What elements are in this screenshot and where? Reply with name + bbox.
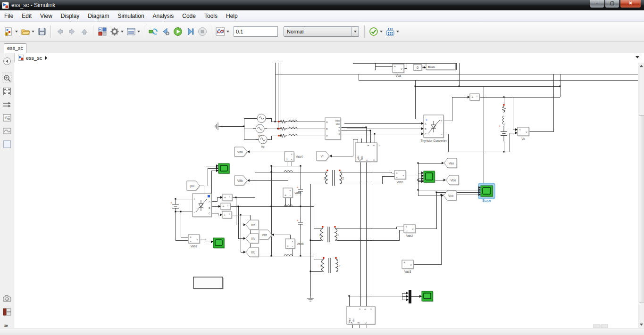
- scroll-down-icon[interactable]: [639, 322, 644, 327]
- menu-item-code[interactable]: Code: [178, 11, 200, 21]
- minimize-button[interactable]: –: [590, 0, 604, 8]
- new-model-button[interactable]: [3, 25, 19, 38]
- chevron-down-icon[interactable]: [380, 31, 383, 33]
- chevron-down-icon[interactable]: [32, 31, 34, 33]
- menu-item-analysis[interactable]: Analysis: [149, 11, 178, 21]
- zoom-in-icon[interactable]: [2, 74, 12, 83]
- step-forward-button[interactable]: [184, 25, 196, 38]
- menu-item-edit[interactable]: Edit: [17, 11, 36, 21]
- constant-block[interactable]: 0: [413, 65, 423, 71]
- advisor-button[interactable]: [368, 25, 384, 38]
- block-Vab1[interactable]: +-vVab1: [394, 171, 407, 184]
- wire: [250, 180, 288, 188]
- block-Vab4[interactable]: +-vVab4: [284, 152, 303, 162]
- chevron-down-icon[interactable]: [121, 31, 124, 33]
- block-thyristor-converter[interactable]: gABC+-Thyristor Converter: [420, 115, 447, 143]
- menu-item-simulation[interactable]: Simulation: [114, 11, 149, 21]
- three-phase-vi-measurement-rotated[interactable]: VabcIabcabcABC: [347, 306, 376, 325]
- menu-item-file[interactable]: File: [0, 11, 17, 21]
- tag-pul[interactable]: pul: [187, 181, 201, 191]
- restore-button[interactable]: ▢: [605, 0, 619, 8]
- tag-VIfa[interactable]: VIfa: [234, 147, 248, 157]
- current-measurement[interactable]: +i: [222, 212, 233, 219]
- vertical-scroll-thumb[interactable]: [639, 115, 644, 302]
- fit-view-icon[interactable]: [2, 87, 12, 96]
- model-browser-button[interactable]: [125, 25, 141, 38]
- block-Vab6[interactable]: +-vVab6: [285, 239, 304, 249]
- block-Vo[interactable]: +-vVo: [518, 127, 530, 140]
- forward-button[interactable]: [67, 25, 78, 38]
- tag-VIfc[interactable]: VIfc: [259, 230, 273, 240]
- simulation-stop-time-input[interactable]: [234, 26, 278, 37]
- menu-item-display[interactable]: Display: [57, 11, 84, 21]
- menu-item-diagram[interactable]: Diagram: [84, 11, 113, 21]
- tag-Vbo[interactable]: Vbo: [446, 175, 460, 186]
- breadcrumb-item[interactable]: ess_sc: [26, 55, 42, 61]
- three-phase-vi-measurement[interactable]: ABCVabcIabcabc: [325, 118, 342, 140]
- tag-IIfa[interactable]: IIfa: [246, 220, 259, 230]
- block-Vab7[interactable]: +-vVab7: [188, 235, 201, 248]
- area-select-icon[interactable]: [2, 139, 12, 149]
- current-measurement[interactable]: +i: [221, 203, 231, 211]
- current-measurement[interactable]: +i: [470, 94, 480, 101]
- scope[interactable]: [421, 171, 435, 183]
- simulation-mode-select[interactable]: Normal: [284, 26, 359, 37]
- step-back-button[interactable]: [160, 25, 171, 38]
- block-Vca[interactable]: +-vVca: [393, 64, 405, 77]
- model-canvas[interactable]: ++++VaVbVc+-vVca+-vVab1+-vVab2+-vVab3+-v…: [14, 63, 638, 328]
- run-button[interactable]: [172, 25, 184, 38]
- menu-item-help[interactable]: Help: [222, 11, 242, 21]
- svg-text:1: 1: [320, 264, 322, 268]
- tag-Vao[interactable]: Vao: [444, 158, 458, 169]
- block-scope-selected[interactable]: Scope: [478, 183, 495, 203]
- current-measurement[interactable]: +i: [223, 194, 233, 202]
- data-inspector-button[interactable]: [215, 25, 230, 38]
- tab-ess-sc[interactable]: ess_sc: [4, 43, 26, 53]
- hide-browser-icon[interactable]: [2, 57, 12, 66]
- configure-button[interactable]: [109, 25, 125, 38]
- vertical-scrollbar[interactable]: [638, 63, 644, 328]
- linear-transformer[interactable]: 12: [319, 226, 339, 242]
- tag-VIfb[interactable]: VIfb: [234, 176, 248, 186]
- tag-IIfb[interactable]: IIfb: [246, 234, 259, 244]
- linear-transformer[interactable]: 12: [324, 170, 344, 186]
- menu-item-view[interactable]: View: [36, 11, 57, 21]
- block-diagram[interactable]: ++++VaVbVc+-vVca+-vVab1+-vVab2+-vVab3+-v…: [14, 63, 638, 328]
- menu-item-tools[interactable]: Tools: [200, 11, 222, 21]
- expand-palette-icon[interactable]: »: [5, 322, 8, 329]
- close-button[interactable]: ✕: [620, 0, 641, 8]
- chevron-down-icon[interactable]: [351, 27, 359, 36]
- annotation-icon[interactable]: A: [2, 113, 12, 123]
- block-Vab2[interactable]: +-vVab2: [404, 224, 416, 237]
- save-button[interactable]: [36, 25, 48, 38]
- back-button[interactable]: [54, 25, 66, 38]
- three-phase-vi-measurement-rotated[interactable]: VabcIabcabcABC: [355, 143, 381, 163]
- image-icon[interactable]: [2, 126, 12, 136]
- up-button[interactable]: [79, 25, 90, 38]
- block-Vab3[interactable]: +-vVab3: [402, 260, 414, 273]
- scope[interactable]: [211, 238, 225, 249]
- open-button[interactable]: [20, 25, 35, 38]
- route-icon[interactable]: [2, 100, 12, 109]
- scope[interactable]: [419, 291, 434, 302]
- breadcrumb-dropdown-icon[interactable]: [636, 56, 639, 58]
- camera-icon[interactable]: [2, 294, 12, 303]
- scope[interactable]: [216, 163, 230, 174]
- build-button[interactable]: [385, 25, 400, 38]
- chevron-down-icon[interactable]: [15, 31, 18, 33]
- wide-block[interactable]: Block: [426, 64, 456, 71]
- viewmarks-icon[interactable]: [2, 307, 12, 317]
- linear-transformer[interactable]: 12: [320, 257, 340, 273]
- tag-VI[interactable]: VI: [317, 151, 330, 162]
- library-browser-button[interactable]: [97, 25, 108, 38]
- block-universal-bridge[interactable]: +-ABC: [192, 194, 212, 218]
- tag-IIfc[interactable]: IIfc: [246, 247, 259, 258]
- chevron-down-icon[interactable]: [226, 31, 229, 33]
- chevron-down-icon[interactable]: [137, 31, 140, 33]
- empty-subsystem-box[interactable]: [193, 277, 224, 289]
- scroll-up-icon[interactable]: [639, 64, 644, 68]
- mux[interactable]: [409, 290, 411, 303]
- chevron-down-icon[interactable]: [396, 31, 399, 33]
- stop-button[interactable]: [197, 25, 208, 38]
- update-diagram-button[interactable]: [148, 25, 159, 38]
